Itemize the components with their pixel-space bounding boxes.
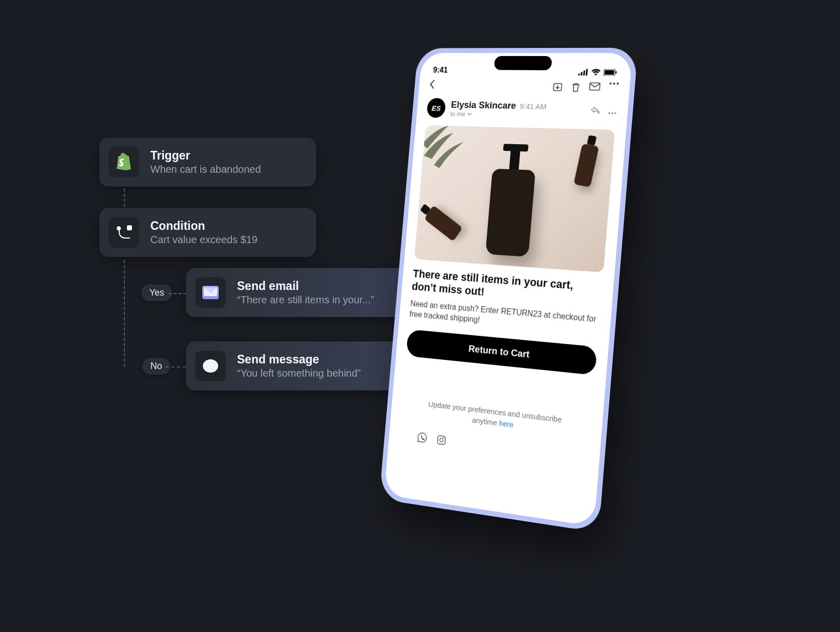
back-icon[interactable] (429, 80, 435, 92)
svg-point-13 (611, 112, 613, 114)
svg-rect-6 (616, 71, 617, 74)
action-message-sub: “You left something behind” (237, 367, 361, 379)
flow-trigger-card[interactable]: Trigger When cart is abandoned (99, 138, 316, 187)
action-email-sub: “There are still items in your...” (237, 294, 374, 306)
branch-yes-pill: Yes (141, 284, 172, 301)
branch-icon (109, 217, 139, 248)
mail-icon (195, 277, 226, 308)
phone-frame: 9:41 (379, 48, 638, 533)
svg-rect-1 (581, 72, 583, 75)
svg-point-14 (614, 112, 616, 114)
sender-time: 9:41 AM (519, 101, 546, 111)
email-body: There are still items in your cart, don’… (388, 122, 626, 479)
flow-action-email-card[interactable]: Send email “There are still items in you… (186, 268, 421, 317)
phone-screen: 9:41 (384, 53, 632, 526)
avatar[interactable]: ES (426, 98, 446, 118)
svg-rect-2 (583, 70, 585, 75)
trigger-subtitle: When cart is abandoned (150, 164, 261, 175)
unsubscribe-link[interactable]: here (498, 418, 514, 429)
mail-icon[interactable] (589, 82, 600, 92)
signal-icon (578, 69, 589, 75)
svg-point-16 (439, 438, 443, 442)
leaf-decoration (416, 125, 476, 181)
product-vial (573, 144, 599, 188)
whatsapp-icon[interactable] (416, 432, 428, 446)
more-icon[interactable] (609, 83, 619, 93)
return-to-cart-button[interactable]: Return to Cart (406, 329, 597, 375)
instagram-icon[interactable] (436, 434, 447, 448)
more-icon[interactable] (608, 106, 617, 117)
phone-notch (494, 56, 553, 70)
chevron-down-icon (467, 113, 472, 116)
condition-title: Condition (150, 219, 257, 233)
svg-point-17 (443, 437, 444, 438)
product-vial (424, 205, 463, 242)
svg-rect-5 (605, 70, 615, 74)
chat-icon (195, 351, 226, 381)
svg-rect-15 (437, 435, 445, 444)
action-message-title: Send message (237, 353, 361, 366)
connector (166, 366, 186, 367)
svg-rect-3 (586, 69, 588, 75)
svg-rect-0 (578, 73, 580, 75)
svg-point-12 (608, 112, 610, 114)
trash-icon[interactable] (571, 82, 581, 92)
trigger-title: Trigger (150, 149, 261, 163)
flow-action-message-card[interactable]: Send message “You left something behind” (186, 341, 421, 390)
status-time: 9:41 (433, 66, 448, 74)
sender-row: ES Elysia Skincare 9:41 AM to me (416, 95, 628, 127)
battery-icon (603, 69, 617, 75)
footer-text: Update your preferences and unsubscribe … (428, 400, 562, 428)
flow-condition-card[interactable]: Condition Cart value exceeds $19 (99, 208, 316, 257)
reply-icon[interactable] (590, 106, 600, 117)
connector (124, 260, 125, 367)
sender-name: Elysia Skincare (451, 99, 516, 111)
connector (169, 293, 186, 294)
status-icons (578, 69, 617, 76)
email-hero-image (414, 125, 615, 273)
automation-flow: Trigger When cart is abandoned Condition… (99, 138, 316, 257)
action-email-title: Send email (237, 279, 374, 293)
wifi-icon (591, 69, 601, 75)
svg-point-9 (610, 83, 612, 85)
phone-preview: 9:41 (379, 48, 638, 533)
mail-toolbar (418, 76, 631, 98)
condition-subtitle: Cart value exceeds $19 (150, 234, 257, 246)
product-bottle (485, 169, 535, 257)
svg-point-10 (613, 83, 615, 85)
svg-point-11 (617, 83, 619, 85)
archive-icon[interactable] (552, 82, 563, 92)
shopify-icon (109, 147, 139, 177)
